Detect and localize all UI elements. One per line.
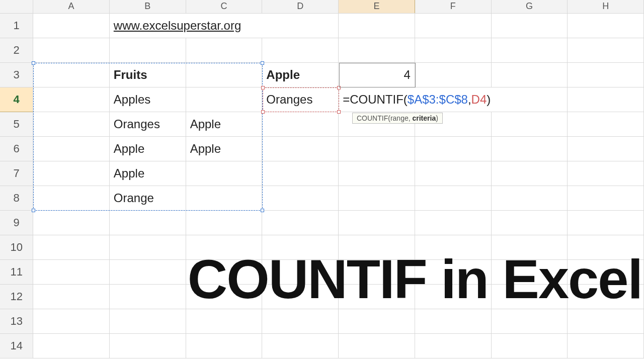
cell-B5[interactable]: Oranges (109, 112, 186, 136)
cell-D2[interactable] (262, 38, 339, 62)
cell-A14[interactable] (33, 333, 109, 358)
cell-A13[interactable] (33, 309, 109, 333)
cell-E2[interactable] (339, 38, 415, 62)
cell-D11[interactable] (262, 259, 339, 284)
cell-G11[interactable] (491, 259, 568, 284)
cell-B4[interactable]: Apples (109, 87, 186, 112)
col-header-E[interactable]: E (339, 0, 415, 13)
cell-C9[interactable] (186, 210, 262, 235)
cell-F7[interactable] (415, 161, 491, 186)
cell-H10[interactable] (568, 235, 644, 259)
cell-C6[interactable]: Apple (186, 136, 262, 161)
row-header-7[interactable]: 7 (0, 161, 33, 186)
cell-B13[interactable] (109, 309, 186, 333)
col-header-G[interactable]: G (491, 0, 568, 13)
cell-E4-formula[interactable]: =COUNTIF($A$3:$C$8,D4) (339, 87, 568, 112)
cell-F8[interactable] (415, 186, 491, 210)
cell-H4[interactable] (568, 87, 644, 112)
cell-B7[interactable]: Apple (109, 161, 186, 186)
cell-F10[interactable] (415, 235, 491, 259)
cell-E10[interactable] (339, 235, 415, 259)
cell-H9[interactable] (568, 210, 644, 235)
cell-B10[interactable] (109, 235, 186, 259)
cell-D4[interactable]: Oranges (262, 87, 339, 112)
cell-D6[interactable] (262, 136, 339, 161)
cell-B3[interactable]: Fruits (109, 62, 186, 87)
cell-B1-link[interactable]: www.excelsuperstar.org (109, 13, 338, 38)
cell-E11[interactable] (339, 259, 415, 284)
cell-D14[interactable] (262, 333, 339, 358)
cell-B6[interactable]: Apple (109, 136, 186, 161)
cell-A6[interactable] (33, 136, 109, 161)
cell-C14[interactable] (186, 333, 262, 358)
col-header-B[interactable]: B (109, 0, 186, 13)
cell-A12[interactable] (33, 284, 109, 309)
cell-E6[interactable] (339, 136, 415, 161)
cell-A2[interactable] (33, 38, 109, 62)
row-header-3[interactable]: 3 (0, 62, 33, 87)
cell-B2[interactable] (109, 38, 186, 62)
cell-C10[interactable] (186, 235, 262, 259)
row-header-12[interactable]: 12 (0, 284, 33, 309)
cell-H6[interactable] (568, 136, 644, 161)
cell-D12[interactable] (262, 284, 339, 309)
cell-D9[interactable] (262, 210, 339, 235)
col-header-A[interactable]: A (33, 0, 109, 13)
tooltip-arg2[interactable]: criteria (412, 114, 436, 122)
cell-G1[interactable] (491, 13, 568, 38)
cell-G14[interactable] (491, 333, 568, 358)
col-header-F[interactable]: F (415, 0, 491, 13)
col-header-D[interactable]: D (262, 0, 339, 13)
row-header-5[interactable]: 5 (0, 112, 33, 136)
cell-A1[interactable] (33, 13, 109, 38)
cell-F9[interactable] (415, 210, 491, 235)
cell-G9[interactable] (491, 210, 568, 235)
cell-B14[interactable] (109, 333, 186, 358)
row-header-2[interactable]: 2 (0, 38, 33, 62)
cell-C3[interactable] (186, 62, 262, 87)
col-header-H[interactable]: H (568, 0, 644, 13)
row-header-9[interactable]: 9 (0, 210, 33, 235)
cell-A9[interactable] (33, 210, 109, 235)
cell-E14[interactable] (339, 333, 415, 358)
cell-B8[interactable]: Orange (109, 186, 186, 210)
cell-A8[interactable] (33, 186, 109, 210)
cell-B9[interactable] (109, 210, 186, 235)
cell-E1[interactable] (339, 13, 415, 38)
cell-C11[interactable] (186, 259, 262, 284)
cell-H7[interactable] (568, 161, 644, 186)
cell-D7[interactable] (262, 161, 339, 186)
cell-A5[interactable] (33, 112, 109, 136)
cell-E9[interactable] (339, 210, 415, 235)
row-header-14[interactable]: 14 (0, 333, 33, 358)
cell-C5[interactable]: Apple (186, 112, 262, 136)
cell-H5[interactable] (568, 112, 644, 136)
cell-H8[interactable] (568, 186, 644, 210)
cell-G6[interactable] (491, 136, 568, 161)
cell-B12[interactable] (109, 284, 186, 309)
cell-F13[interactable] (415, 309, 491, 333)
row-header-13[interactable]: 13 (0, 309, 33, 333)
row-header-1[interactable]: 1 (0, 13, 33, 38)
cell-F12[interactable] (415, 284, 491, 309)
spreadsheet-grid[interactable]: A B C D E F G H 1 www.excelsuperstar.org… (0, 0, 644, 358)
row-header-10[interactable]: 10 (0, 235, 33, 259)
cell-H11[interactable] (568, 259, 644, 284)
cell-G5[interactable] (491, 112, 568, 136)
cell-F2[interactable] (415, 38, 491, 62)
cell-E8[interactable] (339, 186, 415, 210)
cell-G10[interactable] (491, 235, 568, 259)
cell-F14[interactable] (415, 333, 491, 358)
cell-H1[interactable] (568, 13, 644, 38)
cell-A11[interactable] (33, 259, 109, 284)
cell-D13[interactable] (262, 309, 339, 333)
cell-H13[interactable] (568, 309, 644, 333)
cell-E12[interactable] (339, 284, 415, 309)
cell-A3[interactable] (33, 62, 109, 87)
tooltip-arg1[interactable]: range (390, 114, 409, 122)
cell-B11[interactable] (109, 259, 186, 284)
cell-F3[interactable] (415, 62, 491, 87)
cell-H14[interactable] (568, 333, 644, 358)
cell-G3[interactable] (491, 62, 568, 87)
cell-H2[interactable] (568, 38, 644, 62)
